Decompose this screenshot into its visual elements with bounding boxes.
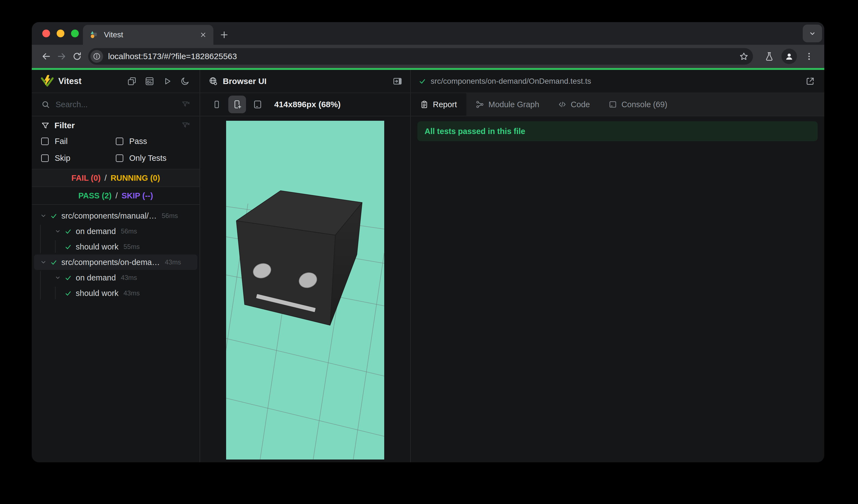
- tab-label: Report: [433, 100, 457, 109]
- pass-check-icon: [64, 243, 72, 250]
- filter-checkbox-pass[interactable]: Pass: [116, 137, 190, 146]
- tab-strip: Vitest: [32, 22, 824, 45]
- tree-label: on demand: [76, 227, 116, 236]
- filter-section: Filter Fail Pass: [32, 116, 200, 169]
- tree-row-file[interactable]: src/components/manual/… 56ms: [34, 208, 197, 224]
- close-window-button[interactable]: [42, 30, 50, 37]
- clipboard-icon: [420, 100, 428, 109]
- tree-label: on demand: [76, 273, 116, 282]
- filter-checkbox-only-tests[interactable]: Only Tests: [116, 153, 190, 163]
- sidebar: Vitest: [32, 70, 200, 462]
- running-count: RUNNING (0): [111, 174, 160, 183]
- collapse-tests-icon[interactable]: [127, 77, 137, 86]
- viewport-dimensions-label[interactable]: 414x896px (68%): [274, 100, 340, 109]
- traffic-lights: [42, 30, 79, 37]
- filter-funnel-icon: [41, 121, 49, 130]
- browser-tab[interactable]: Vitest: [83, 25, 213, 45]
- open-external-icon[interactable]: [806, 77, 815, 86]
- fail-count: FAIL (0): [71, 174, 101, 183]
- chevron-down-icon[interactable]: [37, 212, 50, 219]
- report-header: src/components/on-demand/OnDemand.test.t…: [411, 70, 824, 93]
- checkbox[interactable]: [41, 155, 49, 162]
- device-phone-add-icon[interactable]: [228, 96, 246, 113]
- tree-duration: 43ms: [124, 289, 140, 297]
- back-icon[interactable]: [38, 49, 54, 64]
- chevron-down-icon[interactable]: [51, 228, 64, 234]
- search-row: [32, 93, 200, 116]
- browser-toolbar: localhost:5173/#/?file=1828625563: [32, 45, 824, 68]
- device-toolbar: 414x896px (68%): [200, 93, 410, 116]
- checkbox[interactable]: [116, 155, 123, 162]
- tree-duration: 43ms: [165, 258, 181, 266]
- vitest-logo-icon: [41, 75, 54, 88]
- search-icon: [41, 100, 50, 109]
- sidebar-header: Vitest: [32, 70, 200, 93]
- browser-menu-icon[interactable]: [800, 48, 817, 65]
- vitest-accent-bar: [32, 68, 824, 70]
- report-tab-bar: Report Module Graph Code: [411, 93, 824, 116]
- test-file-path[interactable]: src/components/on-demand/OnDemand.test.t…: [431, 77, 591, 86]
- reload-icon[interactable]: [69, 49, 85, 64]
- minimize-window-button[interactable]: [57, 30, 64, 37]
- device-phone-icon[interactable]: [208, 96, 225, 113]
- checkbox[interactable]: [41, 137, 49, 145]
- clear-filter-icon[interactable]: [181, 100, 190, 109]
- banner-text: All tests passed in this file: [425, 127, 525, 136]
- tab-title: Vitest: [104, 30, 123, 39]
- report-content: All tests passed in this file: [411, 116, 824, 462]
- separator: /: [115, 191, 118, 200]
- pass-check-icon: [50, 259, 58, 266]
- tab-label: Module Graph: [489, 100, 539, 109]
- tab-console[interactable]: Console (69): [599, 93, 677, 116]
- filter-checkbox-fail[interactable]: Fail: [41, 137, 116, 146]
- avatar: [781, 49, 797, 64]
- filter-title: Filter: [54, 121, 75, 130]
- tree-row-suite[interactable]: on demand 56ms: [34, 224, 197, 239]
- url-bar[interactable]: localhost:5173/#/?file=1828625563: [88, 48, 753, 65]
- pass-check-icon: [50, 212, 58, 220]
- profile-avatar[interactable]: [781, 48, 798, 65]
- test-viewport[interactable]: [226, 121, 384, 459]
- tab-close-icon[interactable]: [200, 31, 207, 38]
- dashboard-icon[interactable]: [145, 77, 154, 86]
- tab-module-graph[interactable]: Module Graph: [466, 93, 549, 116]
- forward-icon[interactable]: [54, 49, 69, 64]
- vitest-favicon-icon: [90, 30, 99, 39]
- tree-label: should work: [76, 242, 118, 251]
- test-tree: src/components/manual/… 56ms on demand 5…: [32, 205, 200, 462]
- clear-filter-icon[interactable]: [181, 121, 190, 130]
- dock-panel-right-icon[interactable]: [393, 76, 402, 86]
- pass-check-icon: [418, 77, 426, 85]
- checkbox-label: Pass: [129, 137, 147, 146]
- pass-check-icon: [64, 274, 72, 281]
- site-info-icon[interactable]: [90, 50, 103, 63]
- tree-row-test[interactable]: should work 43ms: [34, 286, 197, 301]
- new-tab-button[interactable]: [217, 27, 232, 43]
- tab-code[interactable]: Code: [549, 93, 599, 116]
- tree-row-file-selected[interactable]: src/components/on-dema… 43ms: [34, 255, 197, 270]
- run-all-icon[interactable]: [162, 77, 172, 86]
- tree-duration: 56ms: [162, 212, 178, 220]
- robot-cube-scene: [226, 121, 384, 459]
- url-text[interactable]: localhost:5173/#/?file=1828625563: [108, 52, 237, 61]
- tab-search-button[interactable]: [803, 25, 822, 42]
- checkbox[interactable]: [116, 137, 123, 145]
- maximize-window-button[interactable]: [71, 30, 79, 37]
- vitest-ui: Vitest: [32, 70, 824, 462]
- chevron-down-icon[interactable]: [37, 259, 50, 265]
- dark-mode-moon-icon[interactable]: [180, 77, 190, 86]
- chevron-down-icon[interactable]: [51, 275, 64, 281]
- tree-row-suite[interactable]: on demand 43ms: [34, 270, 197, 286]
- module-graph-icon: [476, 100, 484, 109]
- tree-row-test[interactable]: should work 55ms: [34, 239, 197, 255]
- separator: /: [105, 174, 107, 183]
- experiments-flask-icon[interactable]: [761, 48, 778, 65]
- tree-duration: 55ms: [124, 243, 140, 250]
- bookmark-star-icon[interactable]: [739, 52, 749, 61]
- tree-label: should work: [76, 289, 118, 298]
- filter-checkbox-skip[interactable]: Skip: [41, 153, 116, 163]
- device-tablet-icon[interactable]: [249, 96, 267, 113]
- browser-canvas: [200, 116, 410, 462]
- search-input[interactable]: [55, 100, 181, 109]
- tab-report[interactable]: Report: [411, 93, 466, 116]
